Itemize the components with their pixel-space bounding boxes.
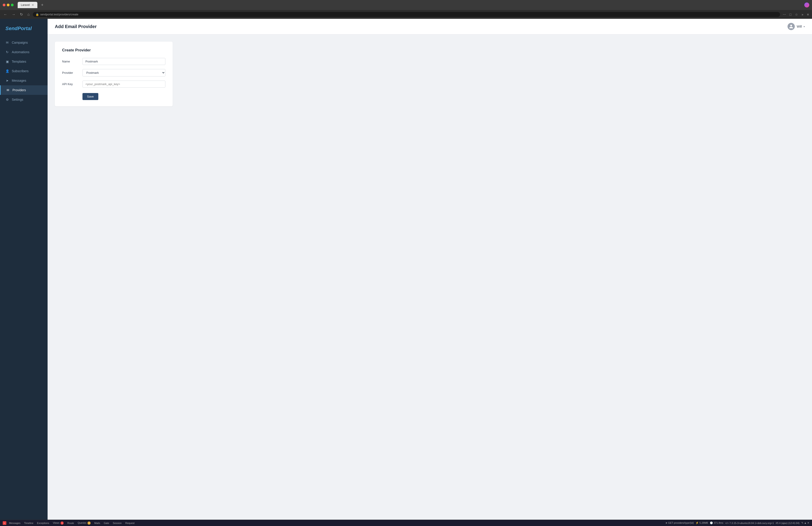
debug-exceptions[interactable]: Exceptions [35,522,51,524]
debug-php: </> 7.3.15-3+ubuntu18.04.1+deb.sury.org+… [725,522,774,524]
home-button[interactable]: ⌂ [26,12,31,17]
sidebar-item-automations[interactable]: ↻ Automations [0,47,47,57]
sidebar-item-campaigns[interactable]: ✉ Campaigns [0,38,47,47]
menu-icon[interactable]: ≡ [806,12,810,17]
security-icon: 🔒 [35,13,39,16]
api-key-field-group: API Key [62,80,165,88]
sidebar-item-label-subscribers: Subscribers [12,69,29,73]
sidebar-item-settings[interactable]: ⚙ Settings [0,95,47,104]
settings-icon: ⚙ [5,98,9,101]
sidebar-item-messages[interactable]: ➤ Messages [0,76,47,85]
views-badge: 1 [60,522,64,525]
api-key-label: API Key [62,82,83,86]
provider-label: Provider [62,71,83,74]
chevron-down-icon: ▾ [803,25,805,28]
topbar: Add Email Provider Will ▾ [47,19,812,34]
forward-button[interactable]: → [11,12,17,17]
browser-chrome: Laravel ✕ + ← → ↻ ⌂ 🔒 sendportal.test/pr… [0,0,812,19]
debug-build: #5 4 (ajax) (12:41:04) [776,522,799,524]
debug-bar: L Messages Timeline Exceptions Views 1 R… [0,520,812,526]
maximize-dot[interactable] [11,4,14,6]
browser-tab[interactable]: Laravel ✕ [18,2,38,8]
main-content: Add Email Provider Will ▾ Create Provide… [47,19,812,520]
address-bar[interactable]: 🔒 sendportal.test/providers/create [33,12,780,17]
sidebar-item-label-providers: Providers [13,88,26,92]
debug-memory: ⚡ 5.28MB [696,522,708,524]
sidebar-navigation: ✉ Campaigns ↻ Automations ▣ Templates 👤 … [0,38,47,104]
name-field-group: Name [62,58,165,65]
debug-messages[interactable]: Messages [7,522,22,524]
providers-icon: ✉ [6,88,10,92]
debug-views[interactable]: Views 1 [51,522,66,525]
reader-icon[interactable]: □ [789,12,792,17]
debug-request[interactable]: Request [124,522,136,524]
provider-field-group: Provider Postmark SES Mailgun Sendgrid S… [62,69,165,76]
tab-close-button[interactable]: ✕ [31,3,34,7]
sidebar-item-label-campaigns: Campaigns [12,41,28,44]
toolbar-icons: ⋯ □ ☆ » ≡ [782,12,810,17]
debug-bar-right: ➤ GET providers/type/{id} ⚡ 5.28MB 🕐 371… [665,522,809,524]
sidebar-item-label-automations: Automations [12,50,29,54]
extension-icon[interactable] [804,2,809,7]
tab-title: Laravel [21,3,30,6]
queries-badge: 2 [87,522,91,525]
debug-timeline[interactable]: Timeline [22,522,35,524]
sidebar-logo[interactable]: SendPortal [0,23,47,38]
debug-route-info: ➤ GET providers/type/{id} [665,522,694,524]
debug-bar-left: L Messages Timeline Exceptions Views 1 R… [3,521,136,525]
app-container: SendPortal ✉ Campaigns ↻ Automations ▣ T… [0,19,812,520]
close-dot[interactable] [3,4,5,6]
debug-mails[interactable]: Mails [92,522,102,524]
browser-titlebar: Laravel ✕ + [0,0,812,10]
sidebar-item-templates[interactable]: ▣ Templates [0,57,47,66]
url-text[interactable]: sendportal.test/providers/create [40,13,777,16]
debug-session[interactable]: Session [111,522,124,524]
templates-icon: ▣ [5,60,9,63]
messages-icon: ➤ [5,79,9,82]
page-title: Add Email Provider [55,24,97,29]
content-area: Create Provider Name Provider Postmark S… [47,34,812,520]
sidebar-item-label-settings: Settings [12,98,23,101]
debug-route[interactable]: Route [66,522,76,524]
more-tools-icon[interactable]: ⋯ [782,12,787,17]
subscribers-icon: 👤 [5,69,9,73]
user-name: Will [797,25,802,28]
sidebar: SendPortal ✉ Campaigns ↻ Automations ▣ T… [0,19,47,520]
extensions-icon[interactable]: » [801,12,804,17]
save-button[interactable]: Save [83,93,98,100]
back-button[interactable]: ← [2,12,9,17]
campaigns-icon: ✉ [5,41,9,44]
user-menu[interactable]: Will ▾ [787,23,805,30]
provider-select[interactable]: Postmark SES Mailgun Sendgrid SMTP [83,69,165,76]
form-actions: Save [62,92,165,100]
card-title: Create Provider [62,48,165,52]
debug-controls[interactable]: ✎ ▲ ✕ [801,522,809,524]
debug-queries[interactable]: Queries 2 [76,522,93,525]
browser-toolbar: ← → ↻ ⌂ 🔒 sendportal.test/providers/crea… [0,10,812,19]
api-key-input[interactable] [83,80,165,88]
minimize-dot[interactable] [7,4,10,6]
sidebar-item-label-messages: Messages [12,79,26,82]
app-logo-link[interactable]: SendPortal [5,26,32,31]
user-avatar-icon [789,24,794,29]
sidebar-item-subscribers[interactable]: 👤 Subscribers [0,66,47,76]
debug-gate[interactable]: Gate [102,522,111,524]
sidebar-item-providers[interactable]: ✉ Providers [0,85,47,95]
bookmark-icon[interactable]: ☆ [794,12,799,17]
window-controls [3,4,14,6]
create-provider-card: Create Provider Name Provider Postmark S… [55,42,173,106]
refresh-button[interactable]: ↻ [18,11,24,17]
name-input[interactable] [83,58,165,65]
debug-time: 🕐 371.8ms [710,522,723,524]
name-label: Name [62,60,83,63]
sidebar-item-label-templates: Templates [12,60,26,63]
avatar [787,23,795,30]
new-tab-button[interactable]: + [39,3,45,7]
debug-logo: L [3,521,6,525]
automations-icon: ↻ [5,50,9,54]
